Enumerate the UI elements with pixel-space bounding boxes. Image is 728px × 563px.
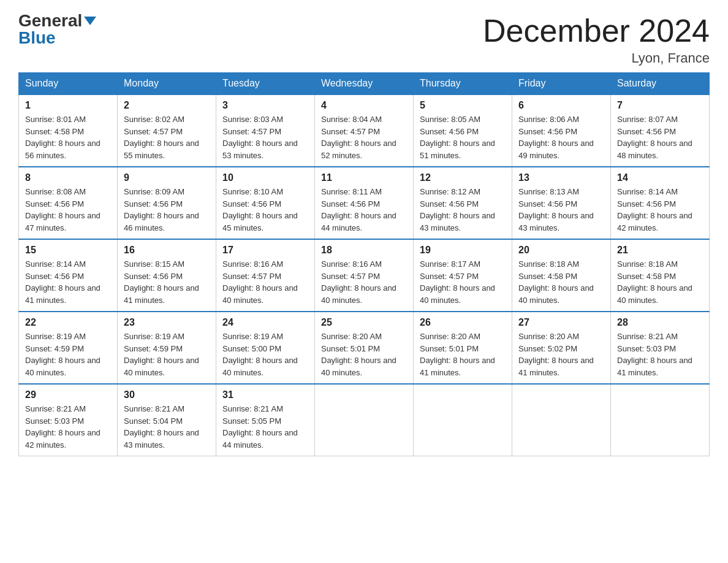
day-info: Sunrise: 8:18 AMSunset: 4:58 PMDaylight:… — [617, 258, 703, 306]
weekday-header-saturday: Saturday — [611, 73, 710, 95]
day-number: 18 — [321, 245, 407, 256]
day-info: Sunrise: 8:15 AMSunset: 4:56 PMDaylight:… — [124, 258, 210, 306]
day-number: 25 — [321, 317, 407, 328]
calendar-cell — [414, 384, 512, 456]
location: Lyon, France — [483, 50, 710, 66]
logo-triangle-icon — [84, 17, 96, 25]
day-number: 28 — [617, 317, 703, 328]
calendar-cell: 11 Sunrise: 8:11 AMSunset: 4:56 PMDaylig… — [315, 167, 414, 239]
day-number: 2 — [124, 100, 210, 111]
day-info: Sunrise: 8:02 AMSunset: 4:57 PMDaylight:… — [124, 113, 210, 161]
logo-blue-text: Blue — [18, 29, 56, 47]
day-number: 4 — [321, 100, 407, 111]
day-info: Sunrise: 8:20 AMSunset: 5:02 PMDaylight:… — [518, 331, 604, 378]
day-number: 3 — [222, 100, 308, 111]
calendar-cell: 10 Sunrise: 8:10 AMSunset: 4:56 PMDaylig… — [216, 167, 315, 239]
day-number: 14 — [617, 172, 703, 183]
day-info: Sunrise: 8:17 AMSunset: 4:57 PMDaylight:… — [420, 258, 506, 306]
day-number: 22 — [25, 317, 111, 328]
calendar-cell: 20 Sunrise: 8:18 AMSunset: 4:58 PMDaylig… — [512, 239, 611, 312]
calendar-cell: 16 Sunrise: 8:15 AMSunset: 4:56 PMDaylig… — [118, 239, 216, 312]
weekday-header-tuesday: Tuesday — [216, 73, 315, 95]
day-number: 15 — [25, 245, 111, 256]
calendar-cell — [611, 384, 710, 456]
calendar-cell: 15 Sunrise: 8:14 AMSunset: 4:56 PMDaylig… — [19, 239, 118, 312]
calendar-cell: 23 Sunrise: 8:19 AMSunset: 4:59 PMDaylig… — [118, 312, 216, 384]
day-number: 9 — [124, 172, 210, 183]
calendar-cell: 19 Sunrise: 8:17 AMSunset: 4:57 PMDaylig… — [414, 239, 512, 312]
day-info: Sunrise: 8:10 AMSunset: 4:56 PMDaylight:… — [222, 186, 308, 234]
month-title: December 2024 — [483, 12, 710, 49]
calendar-cell — [315, 384, 414, 456]
day-info: Sunrise: 8:19 AMSunset: 4:59 PMDaylight:… — [25, 331, 111, 378]
calendar-cell: 25 Sunrise: 8:20 AMSunset: 5:01 PMDaylig… — [315, 312, 414, 384]
day-info: Sunrise: 8:03 AMSunset: 4:57 PMDaylight:… — [222, 113, 308, 161]
calendar-cell: 2 Sunrise: 8:02 AMSunset: 4:57 PMDayligh… — [118, 94, 216, 167]
calendar-cell: 6 Sunrise: 8:06 AMSunset: 4:56 PMDayligh… — [512, 94, 611, 167]
calendar-cell: 14 Sunrise: 8:14 AMSunset: 4:56 PMDaylig… — [611, 167, 710, 239]
calendar-cell: 30 Sunrise: 8:21 AMSunset: 5:04 PMDaylig… — [118, 384, 216, 456]
day-number: 1 — [25, 100, 111, 111]
day-info: Sunrise: 8:16 AMSunset: 4:57 PMDaylight:… — [222, 258, 308, 306]
day-number: 30 — [124, 389, 210, 400]
calendar-cell: 5 Sunrise: 8:05 AMSunset: 4:56 PMDayligh… — [414, 94, 512, 167]
calendar-cell: 29 Sunrise: 8:21 AMSunset: 5:03 PMDaylig… — [19, 384, 118, 456]
calendar-cell: 26 Sunrise: 8:20 AMSunset: 5:01 PMDaylig… — [414, 312, 512, 384]
day-number: 19 — [420, 245, 506, 256]
title-section: December 2024 Lyon, France — [483, 12, 710, 66]
weekday-header-thursday: Thursday — [414, 73, 512, 95]
day-number: 7 — [617, 100, 703, 111]
day-info: Sunrise: 8:09 AMSunset: 4:56 PMDaylight:… — [124, 186, 210, 234]
day-number: 8 — [25, 172, 111, 183]
day-info: Sunrise: 8:08 AMSunset: 4:56 PMDaylight:… — [25, 186, 111, 234]
day-number: 13 — [518, 172, 604, 183]
day-number: 29 — [25, 389, 111, 400]
day-info: Sunrise: 8:06 AMSunset: 4:56 PMDaylight:… — [518, 113, 604, 161]
day-info: Sunrise: 8:01 AMSunset: 4:58 PMDaylight:… — [25, 113, 111, 161]
day-info: Sunrise: 8:16 AMSunset: 4:57 PMDaylight:… — [321, 258, 407, 306]
day-info: Sunrise: 8:19 AMSunset: 5:00 PMDaylight:… — [222, 331, 308, 378]
weekday-header-wednesday: Wednesday — [315, 73, 414, 95]
day-number: 26 — [420, 317, 506, 328]
day-number: 5 — [420, 100, 506, 111]
calendar-cell: 18 Sunrise: 8:16 AMSunset: 4:57 PMDaylig… — [315, 239, 414, 312]
day-info: Sunrise: 8:12 AMSunset: 4:56 PMDaylight:… — [420, 186, 506, 234]
day-number: 23 — [124, 317, 210, 328]
calendar-cell: 31 Sunrise: 8:21 AMSunset: 5:05 PMDaylig… — [216, 384, 315, 456]
day-info: Sunrise: 8:21 AMSunset: 5:03 PMDaylight:… — [25, 403, 111, 451]
calendar-cell: 22 Sunrise: 8:19 AMSunset: 4:59 PMDaylig… — [19, 312, 118, 384]
calendar-cell — [512, 384, 611, 456]
calendar-cell: 12 Sunrise: 8:12 AMSunset: 4:56 PMDaylig… — [414, 167, 512, 239]
calendar-cell: 4 Sunrise: 8:04 AMSunset: 4:57 PMDayligh… — [315, 94, 414, 167]
weekday-header-monday: Monday — [118, 73, 216, 95]
calendar-cell: 8 Sunrise: 8:08 AMSunset: 4:56 PMDayligh… — [19, 167, 118, 239]
day-info: Sunrise: 8:20 AMSunset: 5:01 PMDaylight:… — [420, 331, 506, 378]
day-info: Sunrise: 8:14 AMSunset: 4:56 PMDaylight:… — [25, 258, 111, 306]
day-info: Sunrise: 8:18 AMSunset: 4:58 PMDaylight:… — [518, 258, 604, 306]
day-info: Sunrise: 8:05 AMSunset: 4:56 PMDaylight:… — [420, 113, 506, 161]
calendar-cell: 21 Sunrise: 8:18 AMSunset: 4:58 PMDaylig… — [611, 239, 710, 312]
day-number: 12 — [420, 172, 506, 183]
day-info: Sunrise: 8:19 AMSunset: 4:59 PMDaylight:… — [124, 331, 210, 378]
logo: General Blue — [18, 12, 96, 47]
weekday-header-sunday: Sunday — [19, 73, 118, 95]
day-info: Sunrise: 8:07 AMSunset: 4:56 PMDaylight:… — [617, 113, 703, 161]
page-header: General Blue December 2024 Lyon, France — [18, 12, 710, 66]
weekday-header-friday: Friday — [512, 73, 611, 95]
calendar-cell: 17 Sunrise: 8:16 AMSunset: 4:57 PMDaylig… — [216, 239, 315, 312]
day-number: 27 — [518, 317, 604, 328]
day-number: 6 — [518, 100, 604, 111]
calendar-cell: 13 Sunrise: 8:13 AMSunset: 4:56 PMDaylig… — [512, 167, 611, 239]
day-info: Sunrise: 8:13 AMSunset: 4:56 PMDaylight:… — [518, 186, 604, 234]
calendar-cell: 27 Sunrise: 8:20 AMSunset: 5:02 PMDaylig… — [512, 312, 611, 384]
calendar-cell: 3 Sunrise: 8:03 AMSunset: 4:57 PMDayligh… — [216, 94, 315, 167]
day-number: 20 — [518, 245, 604, 256]
calendar-cell: 1 Sunrise: 8:01 AMSunset: 4:58 PMDayligh… — [19, 94, 118, 167]
day-number: 16 — [124, 245, 210, 256]
day-number: 31 — [222, 389, 308, 400]
logo-general-text: General — [18, 12, 82, 29]
day-info: Sunrise: 8:14 AMSunset: 4:56 PMDaylight:… — [617, 186, 703, 234]
calendar-cell: 7 Sunrise: 8:07 AMSunset: 4:56 PMDayligh… — [611, 94, 710, 167]
day-number: 24 — [222, 317, 308, 328]
day-info: Sunrise: 8:21 AMSunset: 5:04 PMDaylight:… — [124, 403, 210, 451]
